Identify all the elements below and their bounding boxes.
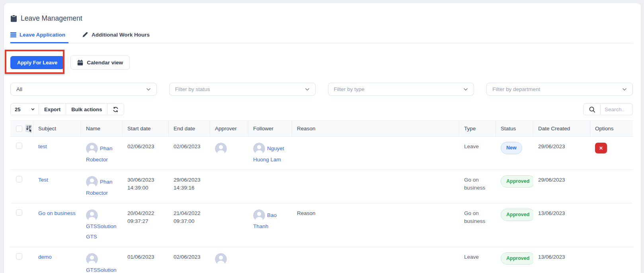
cell-date-created: 13/06/2023 [533, 203, 590, 247]
chevron-down-icon [622, 88, 627, 91]
end-date-text: 02/06/2023 [174, 143, 205, 151]
employee-avatar [86, 143, 98, 155]
column-header-approver[interactable]: Approver [210, 121, 248, 137]
chevron-down-icon [146, 88, 151, 91]
employee-link[interactable]: Phan Robector [86, 176, 118, 198]
delete-button[interactable]: ✕ [595, 143, 607, 153]
cell-status: Approved [496, 203, 533, 247]
column-header-type[interactable]: Type [459, 121, 496, 137]
clipboard-icon [10, 15, 17, 22]
cell-start-date: 01/06/2023 [123, 247, 169, 273]
row-checkbox[interactable] [16, 253, 22, 259]
sort-cursor-icon[interactable] [25, 124, 33, 133]
filter-type-select[interactable]: Filter by type [328, 83, 474, 96]
table-row: Go on businessGTSSolution GTS20/04/20220… [10, 203, 633, 247]
end-time-text: 09:37:00 [174, 217, 205, 225]
employee-avatar [86, 209, 98, 221]
column-header-start-date[interactable]: Start date [123, 121, 169, 137]
type-text: Go on business [464, 210, 485, 224]
column-header-subject[interactable]: Subject [33, 121, 81, 137]
list-icon [10, 32, 16, 37]
tab-leave-application[interactable]: Leave Application [10, 31, 67, 43]
export-button[interactable]: Export [39, 103, 66, 115]
chevron-down-icon [305, 88, 310, 91]
apply-for-leave-button[interactable]: Apply For Leave [10, 56, 64, 69]
column-header-status[interactable]: Status [496, 121, 533, 137]
cell-select [10, 137, 33, 170]
filter-department-select[interactable]: Filter by department [486, 83, 633, 96]
end-time-text: 14:39:16 [174, 184, 205, 192]
bulk-actions-button[interactable]: Bulk actions [66, 103, 107, 115]
date-created-text: 29/06/2023 [538, 177, 565, 183]
reason-text: Reason [297, 210, 316, 216]
column-header-options[interactable]: Options [590, 121, 633, 137]
filter-category-select[interactable]: All [10, 83, 157, 96]
cell-start-date: 20/04/202209:37:27 [123, 203, 169, 247]
cell-follower [248, 247, 292, 273]
calendar-view-button[interactable]: Calendar view [70, 55, 130, 70]
cell-approver [210, 170, 248, 203]
follower-avatar [253, 143, 265, 155]
cell-approver [210, 137, 248, 170]
page-title: Leave Management [10, 14, 633, 23]
follower-link[interactable]: Bao Thanh [253, 209, 287, 232]
column-header-reason[interactable]: Reason [292, 121, 459, 137]
start-date-text: 01/06/2023 [127, 253, 164, 261]
filter-status-placeholder: Filter by status [175, 86, 210, 92]
row-checkbox[interactable] [16, 176, 22, 182]
chevron-down-icon [31, 108, 35, 110]
employee-avatar [86, 253, 98, 265]
cell-name: GTSSolution GTS [81, 203, 123, 247]
subject-link[interactable]: Test [38, 177, 48, 183]
row-checkbox[interactable] [16, 143, 22, 149]
tab-additional-work-hours[interactable]: Additional Work Hours [82, 31, 151, 43]
subject-link[interactable]: Go on business [38, 210, 76, 216]
cell-subject: Test [33, 170, 81, 203]
status-badge: Approved [501, 175, 533, 188]
select-all-checkbox[interactable] [16, 126, 22, 132]
cell-start-date: 30/06/202314:39:00 [123, 170, 169, 203]
cell-reason: Reason [292, 203, 459, 247]
type-text: Leave [464, 143, 479, 149]
subject-link[interactable]: demo [38, 254, 52, 260]
search-input[interactable] [601, 103, 633, 115]
cell-end-date: 02/06/2023 [169, 247, 210, 273]
row-checkbox[interactable] [16, 209, 22, 216]
employee-link[interactable]: Phan Robector [86, 143, 118, 165]
cell-date-created: 29/06/2023 [533, 170, 590, 203]
filter-row: All Filter by status Filter by type Filt… [10, 83, 633, 96]
cell-options [590, 203, 633, 247]
follower-avatar [253, 209, 265, 221]
cell-date-created: 29/06/2023 [533, 137, 590, 170]
status-badge: Approved [501, 252, 533, 265]
tab-label: Leave Application [20, 32, 65, 38]
cell-select [10, 170, 33, 203]
column-header-date-created[interactable]: Date Created [533, 121, 590, 137]
start-date-text: 20/04/2022 [127, 209, 164, 217]
start-date-text: 02/06/2023 [127, 143, 164, 151]
search-button[interactable] [583, 103, 601, 115]
calendar-view-label: Calendar view [87, 60, 123, 66]
cell-subject: test [33, 137, 81, 170]
chevron-down-icon [463, 88, 468, 91]
column-header-end-date[interactable]: End date [169, 121, 210, 137]
cell-date-created: 13/06/2023 [533, 247, 590, 273]
page-size-select[interactable]: 25 [10, 103, 39, 115]
refresh-button[interactable] [107, 103, 124, 115]
employee-link[interactable]: GTSSolution GTS [86, 253, 118, 273]
end-date-text: 29/06/2023 [174, 176, 205, 184]
status-badge: Approved [501, 209, 533, 221]
employee-link[interactable]: GTSSolution GTS [86, 209, 118, 242]
type-text: Go on business [464, 177, 485, 191]
filter-status-select[interactable]: Filter by status [169, 83, 316, 96]
cell-options [590, 170, 633, 203]
column-header-name[interactable]: Name [81, 121, 123, 137]
cell-name: Phan Robector [81, 170, 123, 203]
follower-link[interactable]: Nguyet Huong Lam [253, 143, 287, 165]
end-date-text: 21/04/2022 [174, 209, 205, 217]
table-row: TestPhan Robector30/06/202314:39:0029/06… [10, 170, 633, 203]
date-created-text: 13/06/2023 [538, 254, 565, 260]
column-header-follower[interactable]: Follower [248, 121, 292, 137]
subject-link[interactable]: test [38, 143, 47, 149]
status-badge: New [501, 142, 522, 154]
